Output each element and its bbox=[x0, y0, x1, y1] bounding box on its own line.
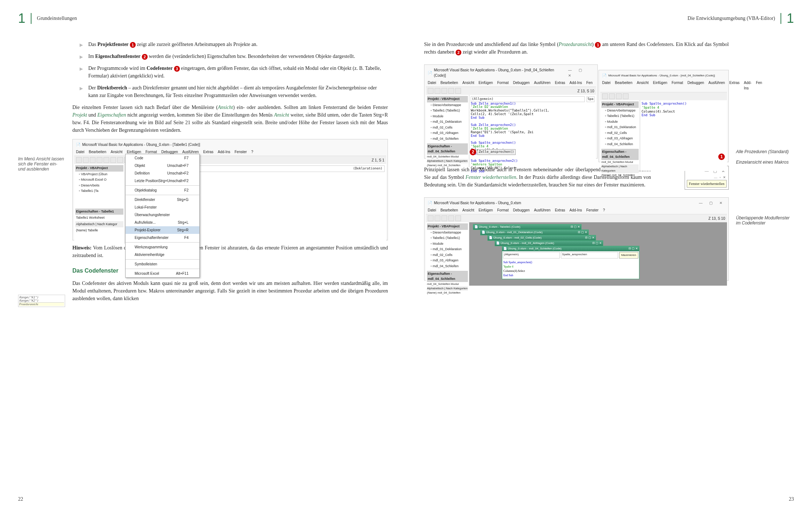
caption-3: Überlappende Modulfenster im Codefenster bbox=[736, 215, 794, 226]
chapter-num: 1 bbox=[787, 11, 794, 26]
hinweis-para: Hinweis: Vom Loslösen der am linken Fens… bbox=[72, 244, 388, 259]
bullet-icon: ▶ bbox=[80, 54, 83, 60]
content-left: Im Menü Ansicht lassen sich die Fenster … bbox=[18, 41, 388, 307]
vba-screenshot-3: 📄 Microsoft Visual Basic for Application… bbox=[424, 197, 729, 281]
menubar[interactable]: DateiBearbeitenAnsichtEinfügenFormatDebu… bbox=[74, 148, 386, 156]
caption-1: Alle Prozeduren (Standard) bbox=[736, 149, 794, 154]
bullet-list: ▶Das Projektfenster 1 zeigt alle zurzeit… bbox=[72, 41, 388, 99]
chapter-num: 1 bbox=[18, 11, 25, 26]
page-footer: 22 bbox=[18, 496, 23, 502]
bullet-icon: ▶ bbox=[80, 42, 83, 48]
vba-screenshot-2-wrap: 📄 Microsoft Visual Basic for Application… bbox=[424, 61, 729, 162]
header-left: 1 Grundeinstellungen bbox=[18, 11, 388, 26]
margin-note: Im Menü Ansicht lassen sich die Fenster … bbox=[18, 156, 65, 172]
mdi-area: 📄 Übung_0.xlsm - Tabelle1 (Code)⊟ ▢ ✕📄 Ü… bbox=[469, 222, 727, 286]
main-column: ▶Das Projektfenster 1 zeigt alle zurzeit… bbox=[72, 41, 388, 307]
page-footer: 23 bbox=[789, 496, 794, 502]
para-r1: Sie in den Prozedurcode und anschließend… bbox=[424, 41, 729, 56]
toolbar[interactable]: Z 1, S 1 bbox=[74, 156, 386, 164]
left-page: 1 Grundeinstellungen Im Menü Ansicht las… bbox=[0, 0, 406, 513]
content-right: Sie in den Prozedurcode und anschließend… bbox=[424, 41, 794, 284]
ansicht-dropdown[interactable]: CodeF7ObjektUmschalt+F7DefinitionUmschal… bbox=[125, 154, 200, 278]
bullet-icon: ▶ bbox=[80, 66, 83, 80]
header-right: Die Entwicklungsumgebung (VBA-Editor) 1 bbox=[424, 11, 794, 26]
vba-screenshot-2a: 📄 Microsoft Visual Basic for Application… bbox=[424, 64, 598, 159]
para-1: Die einzelnen Fenster lassen sich nach B… bbox=[72, 104, 388, 134]
vba-screenshot-1: 📄 Microsoft Visual Basic for Application… bbox=[72, 139, 388, 240]
vba-screenshot-2b: 📄 Microsoft Visual Basic for Application… bbox=[599, 70, 729, 162]
para-2: Das Codefenster des aktiven Moduls kann … bbox=[72, 279, 388, 302]
main-column: Sie in den Prozedurcode und anschließend… bbox=[424, 41, 729, 284]
section-heading: Das Codefenster bbox=[72, 266, 388, 275]
right-margin-col: Alle Prozeduren (Standard) Einzelansicht… bbox=[736, 41, 794, 284]
window-title: 📄 Microsoft Visual Basic for Application… bbox=[74, 141, 386, 148]
project-panel[interactable]: Projekt - VBAProject ▫ VBAProject (Übun▫… bbox=[74, 164, 125, 244]
toolbar-btn[interactable] bbox=[76, 157, 82, 163]
small-screenshot: Range("K1") Range("K2") Prozeduransicht bbox=[18, 295, 65, 307]
header-text: Die Entwicklungsumgebung (VBA-Editor) bbox=[688, 16, 775, 21]
right-page: Die Entwicklungsumgebung (VBA-Editor) 1 … bbox=[406, 0, 812, 513]
header-rule bbox=[781, 13, 781, 24]
header-text: Grundeinstellungen bbox=[37, 16, 77, 21]
margin-column: Im Menü Ansicht lassen sich die Fenster … bbox=[18, 41, 65, 307]
header-rule bbox=[31, 13, 31, 24]
caption-2: Einzelansicht eines Makros bbox=[736, 160, 794, 165]
bullet-icon: ▶ bbox=[80, 85, 83, 99]
menubar[interactable]: DateiBearbeitenAnsichtEinfügenFormatDebu… bbox=[426, 79, 596, 87]
